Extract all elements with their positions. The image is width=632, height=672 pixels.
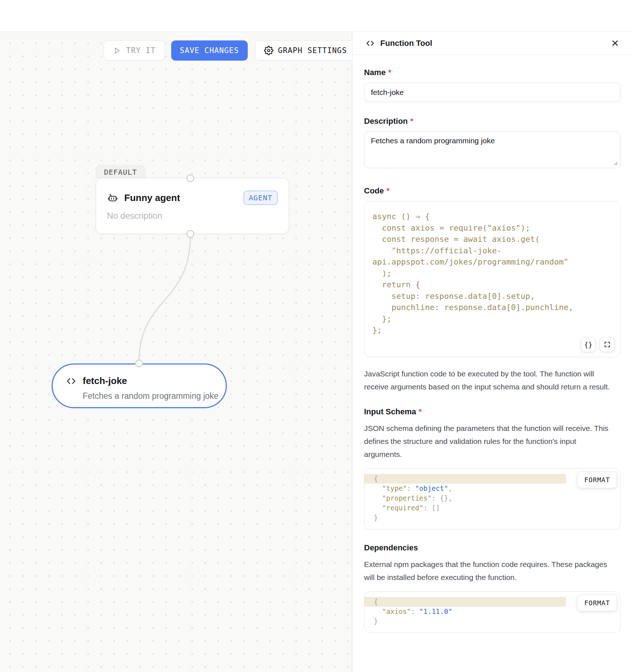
agent-node-funny-agent[interactable]: Funny agent AGENT No description [96, 178, 289, 234]
code-editor-content: async () ⇒ { const axios = require("axio… [372, 211, 612, 336]
panel-header: Function Tool ✕ [352, 32, 632, 55]
dependencies-help-text: External npm packages that the function … [364, 558, 610, 584]
play-icon [113, 46, 121, 55]
close-panel-button[interactable]: ✕ [611, 39, 619, 48]
expand-icon [604, 341, 611, 348]
edge-agent-to-tool [0, 32, 352, 672]
dependencies-label: Dependencies [364, 543, 620, 553]
agent-node-description: No description [107, 211, 278, 221]
description-textarea[interactable]: Fetches a random programming joke [364, 131, 620, 168]
try-it-button[interactable]: TRY IT [104, 40, 165, 61]
name-field-label: Name * [364, 68, 620, 77]
panel-title: Function Tool [380, 39, 432, 48]
save-changes-label: SAVE CHANGES [180, 46, 239, 55]
tool-node-fetch-joke[interactable]: fetch-joke Fetches a random programming … [52, 363, 227, 408]
tool-node-top-handle[interactable] [135, 359, 143, 367]
code-field-label: Code * [364, 186, 620, 196]
agent-type-badge: AGENT [243, 191, 278, 205]
robot-icon [107, 192, 118, 204]
agent-node-top-handle[interactable] [186, 174, 194, 182]
tool-node-title: fetch-joke [83, 375, 127, 387]
top-bar [0, 0, 632, 32]
graph-settings-button[interactable]: GRAPH SETTINGS [255, 40, 356, 61]
format-braces-button[interactable]: {} [581, 337, 596, 352]
agent-node-bottom-handle[interactable] [186, 230, 194, 238]
required-asterisk: * [419, 407, 422, 416]
try-it-label: TRY IT [126, 46, 156, 55]
input-schema-editor[interactable]: FORMAT { "type": "object", "properties":… [364, 468, 620, 529]
graph-settings-label: GRAPH SETTINGS [278, 46, 347, 55]
expand-fullscreen-button[interactable] [600, 337, 614, 352]
required-asterisk: * [388, 68, 391, 77]
name-input[interactable] [364, 83, 620, 102]
agent-node-title: Funny agent [124, 192, 180, 204]
tool-node-description: Fetches a random programming joke [83, 391, 218, 401]
canvas-toolbar: TRY IT SAVE CHANGES GRAPH SETTINGS [104, 40, 356, 61]
code-icon [66, 376, 77, 387]
code-icon [365, 39, 375, 48]
panel-body: Name * Description * Fetches a random pr… [352, 55, 632, 655]
input-schema-help-text: JSON schema defining the parameters that… [364, 422, 610, 461]
format-button[interactable]: FORMAT [577, 472, 617, 488]
gear-icon [264, 46, 273, 55]
dependencies-editor[interactable]: FORMAT { "axios": "1.11.0"} [364, 591, 620, 633]
group-tab-label: DEFAULT [104, 168, 137, 176]
graph-canvas[interactable]: TRY IT SAVE CHANGES GRAPH SETTINGS DEFAU… [0, 32, 352, 672]
required-asterisk: * [386, 186, 390, 196]
app-window: TRY IT SAVE CHANGES GRAPH SETTINGS DEFAU… [0, 0, 632, 672]
function-tool-panel: Function Tool ✕ Name * Description * Fet… [352, 32, 632, 672]
save-changes-button[interactable]: SAVE CHANGES [171, 40, 248, 61]
resize-handle-icon[interactable] [612, 160, 618, 166]
description-field-label: Description * [364, 117, 620, 126]
input-schema-label: Input Schema * [364, 407, 620, 416]
code-editor[interactable]: async () ⇒ { const axios = require("axio… [364, 201, 620, 357]
required-asterisk: * [410, 117, 414, 126]
node-group-tab-default: DEFAULT [96, 165, 145, 178]
format-button[interactable]: FORMAT [577, 595, 617, 611]
code-help-text: JavaScript function code to be executed … [364, 367, 610, 393]
